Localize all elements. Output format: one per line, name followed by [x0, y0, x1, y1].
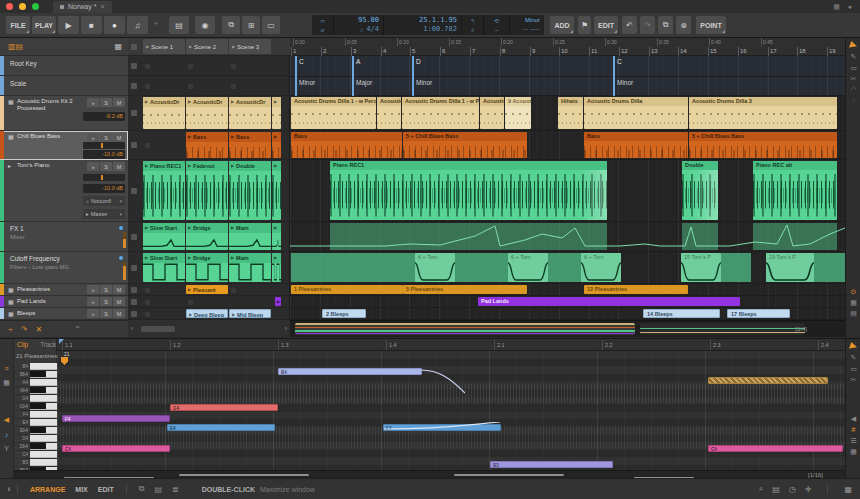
stop-clip-button[interactable]: [131, 63, 137, 69]
automation-icons[interactable]: ↰ ∠: [462, 15, 484, 35]
key-cap[interactable]: [30, 387, 57, 394]
stop-clip-button[interactable]: [131, 110, 137, 116]
launcher-clip[interactable]: [272, 97, 281, 129]
track-row-bass[interactable]: ▦ Chill Blues Bass ● S M -10.0 dB: [0, 131, 128, 160]
minimize-traffic-light[interactable]: [19, 3, 26, 10]
solo-button[interactable]: S: [100, 297, 112, 306]
piano-key[interactable]: E4: [14, 419, 57, 427]
key-cap[interactable]: [30, 451, 57, 458]
empty-slot[interactable]: [145, 288, 150, 293]
follow-icon[interactable]: ↷: [21, 325, 28, 334]
note-icon[interactable]: ♪: [5, 431, 9, 438]
view-arrange[interactable]: ARRANGE: [30, 486, 65, 493]
document-tab[interactable]: Norway * ×: [53, 1, 112, 13]
add-quick-icon[interactable]: +: [153, 19, 158, 29]
editor-ruler[interactable]: 1.11.21.31.42.12.22.32.4: [57, 339, 845, 351]
notification-dot-icon[interactable]: ●: [848, 3, 852, 11]
stop-clip-button[interactable]: [131, 83, 137, 89]
play-menu-button[interactable]: PLAY: [32, 16, 56, 34]
slot-row-piano[interactable]: Piano REC1 Fadeout Double: [128, 160, 290, 222]
arranger-clip[interactable]: Piano REC1: [330, 161, 607, 220]
empty-slot[interactable]: [188, 300, 193, 305]
grid-icon[interactable]: ▦: [3, 379, 10, 387]
scrollbar-thumb[interactable]: [141, 326, 175, 332]
arranger-clip[interactable]: 5 + Chill Blues Bass: [689, 132, 837, 158]
scene-launch-button[interactable]: Scene 1: [143, 39, 185, 54]
empty-slot[interactable]: [188, 84, 193, 89]
automation-clip[interactable]: 6 + Tom: [415, 253, 455, 282]
audition-toggle[interactable]: ◀: [846, 413, 860, 424]
undo-button[interactable]: ↶: [622, 16, 637, 34]
tab-close-icon[interactable]: ×: [100, 3, 104, 10]
bar-number[interactable]: 12: [619, 47, 628, 56]
bar-number[interactable]: 2: [321, 47, 326, 56]
track-row-drums[interactable]: ▦ Acoustic Drums Kit 2 Processed ● S M -…: [0, 96, 128, 131]
launcher-clip[interactable]: Deep Bleep: [186, 309, 228, 318]
volume-fader[interactable]: [83, 142, 125, 149]
arranger-clip[interactable]: Acoustic Drums Dilla 1 - w Perc: [291, 97, 376, 129]
empty-slot[interactable]: [145, 84, 150, 89]
input-selector[interactable]: ⌕ Notconfi ▾: [83, 196, 125, 206]
piano-key[interactable]: C4: [14, 451, 57, 459]
piano-key[interactable]: D4: [14, 435, 57, 443]
piano-roll-grid[interactable]: 1.11.21.31.42.12.22.32.4 21 B4: [57, 339, 845, 470]
empty-slot[interactable]: [231, 84, 236, 89]
arranger-clip[interactable]: 5 + Chill Blues Bass: [403, 132, 527, 158]
record-arm-button[interactable]: ●: [87, 285, 99, 294]
track-name[interactable]: Bleeps: [17, 310, 84, 317]
stop-all-button[interactable]: [131, 44, 137, 50]
key-cap[interactable]: [30, 459, 57, 466]
empty-slot[interactable]: [145, 300, 150, 305]
slot-row-fx-automation[interactable]: Slow Start Bridge Main: [128, 222, 290, 252]
record-arm-button[interactable]: ●: [87, 297, 99, 306]
track-name[interactable]: Tom's Piano: [17, 162, 84, 169]
slot-row-pleasantries[interactable]: Pleasant: [128, 284, 290, 296]
grid-settings-button[interactable]: ▦: [846, 297, 860, 308]
bar-number[interactable]: 17: [768, 47, 777, 56]
arranger-lane-padlands[interactable]: Pad Lands: [290, 296, 845, 308]
arranger-clip[interactable]: 9 Acoustic: [505, 97, 531, 129]
point-tool-button[interactable]: POINT: [696, 16, 726, 34]
piano-key[interactable]: Db4: [14, 443, 57, 451]
tab-clip[interactable]: Clip: [14, 340, 31, 349]
solo-button[interactable]: S: [100, 162, 112, 171]
launcher-automation-clip[interactable]: [272, 253, 281, 282]
record-button[interactable]: ●: [104, 16, 125, 34]
arranger-lane-cutoff-automation[interactable]: 6 + Tom 6 + Tom 6 + Tom 15 Tom's P: [290, 252, 845, 284]
overview-viewport[interactable]: [295, 323, 635, 335]
arranger-clip[interactable]: Double: [682, 161, 718, 220]
record-arm-button[interactable]: ●: [87, 162, 99, 171]
track-row-piano[interactable]: ▸ Tom's Piano ● S M -10.0 dB ⌕ Notconfi …: [0, 160, 128, 222]
bar-number[interactable]: 19: [827, 47, 836, 56]
piano-key[interactable]: Bb4: [14, 371, 57, 379]
solo-button[interactable]: S: [100, 133, 112, 142]
volume-display[interactable]: -10.0 dB: [83, 184, 125, 193]
duplicate-button[interactable]: ⧉: [658, 16, 673, 34]
stop-clip-button[interactable]: [131, 142, 137, 148]
launcher-clip[interactable]: AcousticDr: [229, 97, 271, 129]
layout-settings-button[interactable]: ▤: [846, 308, 860, 319]
launcher-automation-clip[interactable]: Slow Start: [143, 253, 185, 282]
slot-row-bleeps[interactable]: Deep BleepMid Bleep: [128, 308, 290, 320]
stop-clip-button[interactable]: [131, 265, 137, 271]
arranger-lane-pleasantries[interactable]: 1 Pleasantries5 Pleasantries12 Pleasantr…: [290, 284, 845, 296]
track-row[interactable]: ▦ Pleasantries ● S M: [0, 284, 128, 296]
mixer-sliders-icon[interactable]: ≣: [172, 485, 179, 494]
volume-display[interactable]: -10.0 dB: [83, 150, 125, 159]
midi-note[interactable]: E4: [167, 424, 275, 431]
timeline-ruler[interactable]: 0:000:050:100:150:200:250:300:350:400:45…: [290, 38, 845, 56]
arranger-clip[interactable]: Acoustic Drums Dilla 1 - w Perc: [402, 97, 479, 129]
scene-launch-button[interactable]: Scene 2: [186, 39, 228, 54]
redo-button[interactable]: ↷: [640, 16, 655, 34]
key-scale-lanes[interactable]: C Minor A Major D Minor C Minor: [290, 56, 845, 96]
tempo-cell[interactable]: 95.00 △ 4/4: [334, 15, 384, 35]
zoom-tool[interactable]: ◌: [846, 95, 860, 106]
arranger-clip[interactable]: Pad Lands: [478, 297, 740, 306]
close-traffic-light[interactable]: [6, 3, 13, 10]
edit-menu-button[interactable]: EDIT: [594, 16, 618, 34]
dual-panel-icon[interactable]: ⧉: [139, 484, 145, 494]
bar-number[interactable]: 7: [470, 47, 475, 56]
launcher-automation-clip[interactable]: Main: [229, 223, 271, 250]
midi-note[interactable]: [708, 377, 828, 384]
stop-clip-button[interactable]: [131, 188, 137, 194]
